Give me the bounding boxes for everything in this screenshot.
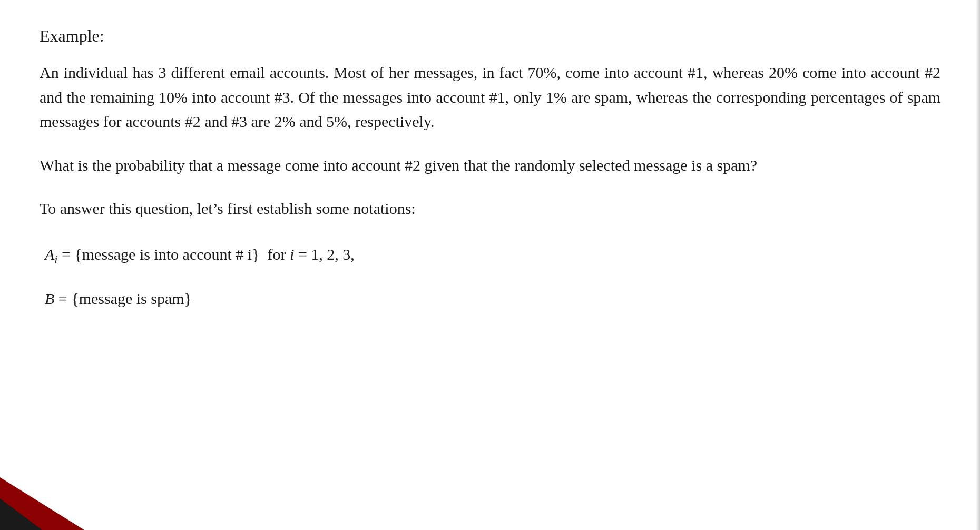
math-A: A [45,246,54,263]
paragraph-2: What is the probability that a message c… [40,153,940,178]
math-B: B [45,290,54,307]
example-label: Example: [40,26,940,46]
page-content: Example: An individual has 3 different e… [0,0,980,354]
paragraph-3: To answer this question, let’s first est… [40,197,940,221]
math-line-1-rest: = {message is into account # i} for i = … [57,246,354,263]
math-line-2: B = {message is spam} [40,284,940,313]
math-line-2-rest: = {message is spam} [54,290,192,307]
paragraph-1: An individual has 3 different email acco… [40,61,940,134]
right-edge-shadow [976,0,980,530]
math-line-1: Ai = {message is into account # i} for i… [40,240,940,270]
corner-decoration [0,467,84,530]
